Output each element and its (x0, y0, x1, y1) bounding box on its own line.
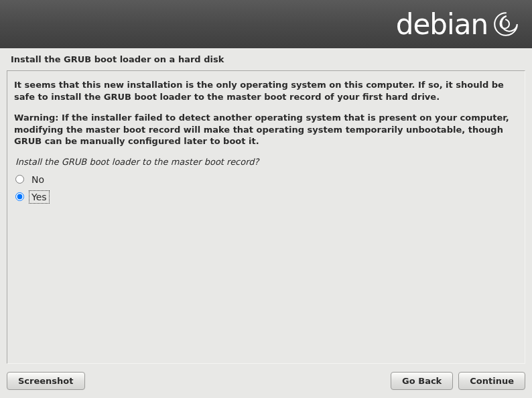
question-text: Install the GRUB boot loader to the mast… (14, 157, 518, 167)
screenshot-button[interactable]: Screenshot (7, 372, 85, 390)
go-back-button[interactable]: Go Back (391, 372, 453, 390)
page-title: Install the GRUB boot loader on a hard d… (0, 48, 532, 70)
radio-no[interactable] (15, 175, 24, 184)
installer-header: debian (0, 0, 532, 48)
content-panel: It seems that this new installation is t… (7, 70, 525, 364)
radio-no-label[interactable]: No (29, 174, 46, 186)
radio-yes-label[interactable]: Yes (29, 191, 49, 203)
debian-swirl-icon (492, 10, 520, 38)
radio-yes[interactable] (15, 192, 24, 201)
radio-option-no[interactable]: No (14, 171, 518, 188)
info-text-1: It seems that this new installation is t… (14, 79, 518, 103)
button-bar: Screenshot Go Back Continue (0, 369, 532, 398)
debian-logo-text: debian (396, 8, 488, 41)
continue-button[interactable]: Continue (458, 372, 525, 390)
info-text-warning: Warning: If the installer failed to dete… (14, 112, 518, 147)
radio-group-mbr: No Yes (14, 171, 518, 206)
nav-button-group: Go Back Continue (391, 372, 525, 390)
radio-option-yes[interactable]: Yes (14, 188, 518, 206)
